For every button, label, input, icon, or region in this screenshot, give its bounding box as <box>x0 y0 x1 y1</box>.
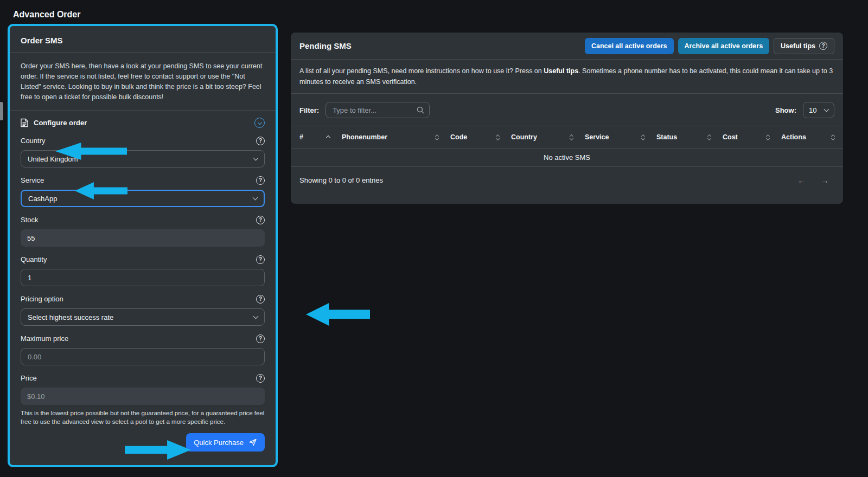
maximum-price-input[interactable] <box>21 348 265 365</box>
price-input <box>21 388 265 405</box>
country-label: Country <box>21 137 46 145</box>
cancel-all-orders-button[interactable]: Cancel all active orders <box>585 38 674 54</box>
price-label: Price <box>21 374 37 382</box>
show-label: Show: <box>775 106 796 114</box>
column-header-service[interactable]: Service <box>585 133 656 141</box>
pricing-option-label: Pricing option <box>21 295 63 303</box>
order-panel-title: Order SMS <box>10 26 276 53</box>
help-icon: ? <box>819 42 827 50</box>
help-icon[interactable]: ? <box>256 334 265 343</box>
column-header-cost[interactable]: Cost <box>723 133 781 141</box>
annotation-arrow-middle <box>306 303 370 326</box>
help-icon[interactable]: ? <box>256 255 265 264</box>
stock-field: Stock ? <box>21 215 265 247</box>
chevron-down-icon <box>253 314 259 319</box>
help-icon[interactable]: ? <box>256 137 265 145</box>
empty-table-message: No active SMS <box>291 149 843 167</box>
filter-label: Filter: <box>299 106 319 114</box>
pending-description: A list of all your pending SMS, need mor… <box>291 60 843 94</box>
pricing-option-field: Pricing option ? Select highest success … <box>21 294 265 326</box>
price-field: Price ? <box>21 373 265 405</box>
stock-input <box>21 229 265 247</box>
pricing-option-select[interactable]: Select highest success rate <box>21 308 265 326</box>
country-select[interactable]: United Kingdom <box>21 150 265 167</box>
archive-all-orders-button[interactable]: Archive all active orders <box>678 38 770 54</box>
column-header-status[interactable]: Status <box>656 133 723 141</box>
chevron-down-icon <box>253 156 259 161</box>
sort-icon[interactable] <box>767 135 769 140</box>
sort-icon[interactable] <box>708 135 711 140</box>
column-header-number[interactable]: # <box>299 133 342 141</box>
chevron-down-icon <box>253 195 258 201</box>
next-page-icon[interactable]: → <box>821 176 829 185</box>
quantity-input[interactable] <box>21 269 265 286</box>
useful-tips-button[interactable]: Useful tips ? <box>774 38 834 54</box>
maximum-price-field: Maximum price ? <box>21 334 265 365</box>
sort-icon[interactable] <box>832 135 834 140</box>
column-header-country[interactable]: Country <box>511 133 585 141</box>
configure-order-label: Configure order <box>34 119 87 127</box>
help-icon[interactable]: ? <box>256 295 265 304</box>
service-field: Service ? CashApp <box>21 176 265 207</box>
help-icon[interactable]: ? <box>256 176 265 185</box>
column-header-phonenumber[interactable]: Phonenumber <box>342 133 450 141</box>
quantity-field: Quantity ? <box>21 255 265 286</box>
page-title: Advanced Order <box>13 10 80 20</box>
quick-purchase-button[interactable]: Quick Purchase <box>186 433 265 452</box>
column-header-code[interactable]: Code <box>450 133 511 141</box>
pending-panel-title: Pending SMS <box>299 41 352 50</box>
order-sms-panel: Order SMS Order your SMS here, then have… <box>8 24 278 467</box>
configure-order-section[interactable]: Configure order <box>21 118 265 128</box>
chevron-down-icon <box>824 107 829 112</box>
sort-asc-icon[interactable] <box>327 133 330 141</box>
filter-input[interactable] <box>326 102 430 118</box>
search-icon <box>416 106 425 114</box>
sort-icon[interactable] <box>570 135 573 140</box>
send-icon <box>248 438 257 447</box>
divider <box>10 110 276 111</box>
pending-sms-panel: Pending SMS Cancel all active orders Arc… <box>291 33 843 204</box>
sort-icon[interactable] <box>642 135 644 140</box>
quantity-label: Quantity <box>21 255 47 263</box>
collapse-chevron-icon[interactable] <box>254 118 265 128</box>
price-note: This is the lowest price possible but no… <box>21 409 265 426</box>
service-label: Service <box>21 176 44 184</box>
page-size-select[interactable]: 10 <box>803 102 834 118</box>
document-icon <box>21 118 28 127</box>
previous-page-icon[interactable]: ← <box>797 176 806 185</box>
table-header-row: # Phonenumber Code Country Service Statu… <box>291 126 843 149</box>
showing-entries-text: Showing 0 to 0 of 0 entries <box>299 176 383 184</box>
column-header-actions[interactable]: Actions <box>781 133 834 141</box>
help-icon[interactable]: ? <box>256 374 265 383</box>
sort-icon[interactable] <box>496 135 499 140</box>
order-description: Order your SMS here, then have a look at… <box>21 61 265 102</box>
sort-icon[interactable] <box>436 135 438 140</box>
service-select[interactable]: CashApp <box>21 190 265 207</box>
stock-label: Stock <box>21 216 39 224</box>
maximum-price-label: Maximum price <box>21 334 68 343</box>
help-icon[interactable]: ? <box>256 216 265 224</box>
sidebar-handle[interactable] <box>0 102 3 120</box>
